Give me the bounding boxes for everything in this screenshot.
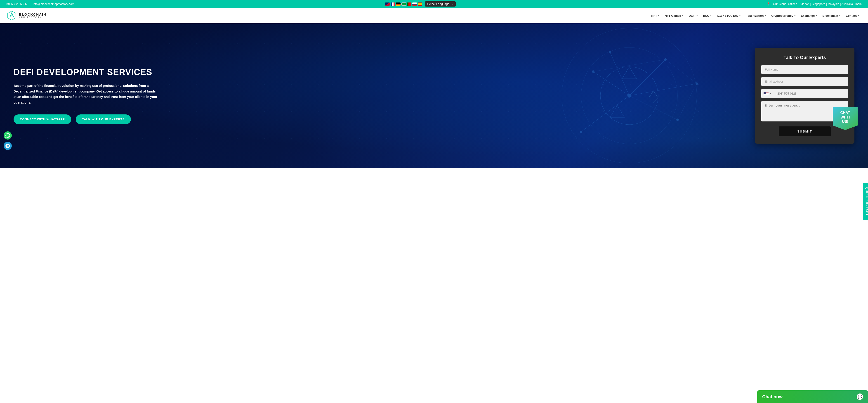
nav-item-contact[interactable]: Contact ▼ bbox=[844, 13, 861, 19]
email-address[interactable]: info@blockchainappfactory.com bbox=[33, 2, 74, 6]
nav-item-nft-games[interactable]: NFT Games ▼ bbox=[663, 13, 686, 19]
nav-links: NFT ▼ NFT Games ▼ DEFI ▼ BSC ▼ ICO / STO… bbox=[649, 13, 861, 19]
chevron-down-icon: ▼ bbox=[710, 15, 712, 17]
flag-ru-icon[interactable] bbox=[412, 2, 417, 6]
svg-marker-22 bbox=[649, 91, 658, 103]
language-selector[interactable]: Select Language bbox=[425, 1, 456, 6]
nav-item-defi[interactable]: DEFI ▼ bbox=[687, 13, 700, 19]
flag-fr-icon[interactable] bbox=[391, 2, 395, 6]
hero-description: Become part of the financial revolution … bbox=[13, 83, 158, 105]
flag-es-icon[interactable] bbox=[418, 2, 422, 6]
top-bar: +91 63826 65366 info@blockchainappfactor… bbox=[0, 0, 868, 8]
chevron-down-icon: ▼ bbox=[764, 15, 766, 17]
email-group bbox=[761, 77, 848, 86]
full-name-input[interactable] bbox=[761, 65, 848, 74]
chat-badge-inner: CHAT WITH US! bbox=[833, 107, 858, 130]
logo-name-top: BLOCKCHAIN bbox=[19, 12, 46, 16]
logo[interactable]: BLOCKCHAIN APP FACTORY bbox=[7, 11, 46, 21]
submit-button[interactable]: SUBMIT bbox=[779, 126, 831, 136]
svg-line-17 bbox=[593, 59, 665, 71]
telegram-side-icon[interactable] bbox=[4, 142, 12, 150]
nav-item-blockchain[interactable]: Blockchain ▼ bbox=[820, 13, 842, 19]
chevron-down-icon: ▼ bbox=[815, 15, 817, 17]
phone-group: ▼ bbox=[761, 89, 848, 98]
flag-pt-icon[interactable] bbox=[407, 2, 411, 6]
nav-item-nft[interactable]: NFT ▼ bbox=[649, 13, 661, 19]
chevron-down-icon: ▼ bbox=[658, 15, 660, 17]
chevron-down-icon: ▼ bbox=[696, 15, 698, 17]
chevron-down-icon: ▼ bbox=[739, 15, 741, 17]
svg-marker-21 bbox=[610, 105, 625, 117]
svg-point-10 bbox=[695, 82, 698, 85]
phone-arrow-icon: ▼ bbox=[770, 92, 772, 95]
us-flag-icon bbox=[764, 92, 769, 95]
flag-uk-icon[interactable] bbox=[385, 2, 390, 6]
logo-icon bbox=[7, 11, 17, 21]
hero-title: DEFI DEVELOPMENT SERVICES bbox=[13, 67, 158, 78]
svg-point-8 bbox=[580, 131, 582, 133]
chevron-down-icon: ▼ bbox=[839, 15, 841, 17]
main-navbar: BLOCKCHAIN APP FACTORY NFT ▼ NFT Games ▼… bbox=[0, 8, 868, 23]
whatsapp-button[interactable]: CONNECT WITH WHATSAPP bbox=[13, 114, 71, 124]
chevron-down-icon: ▼ bbox=[857, 15, 860, 17]
email-input[interactable] bbox=[761, 77, 848, 86]
nav-item-exchange[interactable]: Exchange ▼ bbox=[799, 13, 819, 19]
svg-line-18 bbox=[665, 59, 697, 84]
chat-badge-line1: CHAT bbox=[840, 111, 850, 115]
logo-name-bottom: APP FACTORY bbox=[19, 16, 46, 19]
top-bar-center: Select Language bbox=[385, 1, 456, 6]
phone-input[interactable] bbox=[774, 89, 848, 98]
flag-icons bbox=[385, 2, 422, 6]
svg-line-19 bbox=[677, 84, 697, 120]
chevron-down-icon: ▼ bbox=[682, 15, 684, 17]
talk-experts-button[interactable]: TALK WITH OUR EXPERTS bbox=[76, 114, 131, 124]
hero-buttons: CONNECT WITH WHATSAPP TALK WITH OUR EXPE… bbox=[13, 114, 158, 124]
top-bar-left: +91 63826 65366 info@blockchainappfactor… bbox=[5, 2, 74, 6]
nav-item-tokenization[interactable]: Tokenization ▼ bbox=[744, 13, 768, 19]
offices-label: Our Global Offices bbox=[773, 2, 797, 6]
phone-country-selector[interactable]: ▼ bbox=[761, 89, 774, 98]
nav-item-ico[interactable]: ICO / STO / IDO ▼ bbox=[715, 13, 743, 19]
hero-section: DEFI DEVELOPMENT SERVICES Become part of… bbox=[0, 23, 868, 168]
whatsapp-side-icon[interactable] bbox=[4, 132, 12, 140]
chevron-down-icon: ▼ bbox=[794, 15, 796, 17]
contact-form-panel: Talk To Our Experts ▼ SUBMIT CHAT WITH bbox=[755, 48, 855, 144]
chat-badge-line2: WITH bbox=[841, 115, 850, 119]
flag-de-icon[interactable] bbox=[396, 2, 401, 6]
nav-item-cryptocurrency[interactable]: Cryptocurrency ▼ bbox=[770, 13, 798, 19]
svg-line-14 bbox=[581, 96, 629, 132]
location-icon: 📍 bbox=[767, 2, 770, 6]
nav-item-bsc[interactable]: BSC ▼ bbox=[701, 13, 714, 19]
language-select-input[interactable]: Select Language bbox=[425, 1, 456, 6]
hero-content: DEFI DEVELOPMENT SERVICES Become part of… bbox=[0, 54, 172, 138]
full-name-group bbox=[761, 65, 848, 74]
chat-badge-line3: US! bbox=[842, 120, 848, 123]
phone-number[interactable]: +91 63826 65366 bbox=[5, 2, 29, 6]
svg-marker-20 bbox=[622, 67, 637, 79]
svg-point-9 bbox=[609, 51, 611, 54]
offices-list: : Japan | Singapore | Malaysia | Austral… bbox=[800, 2, 862, 6]
side-social-icons bbox=[4, 132, 12, 150]
phone-row: ▼ bbox=[761, 89, 848, 98]
flag-br-icon[interactable] bbox=[401, 2, 406, 6]
form-title: Talk To Our Experts bbox=[761, 55, 848, 60]
global-offices: 📍 Our Global Offices : Japan | Singapore… bbox=[767, 2, 863, 6]
logo-text: BLOCKCHAIN APP FACTORY bbox=[19, 12, 46, 19]
svg-line-13 bbox=[629, 96, 677, 120]
chat-badge[interactable]: CHAT WITH US! bbox=[833, 107, 858, 130]
